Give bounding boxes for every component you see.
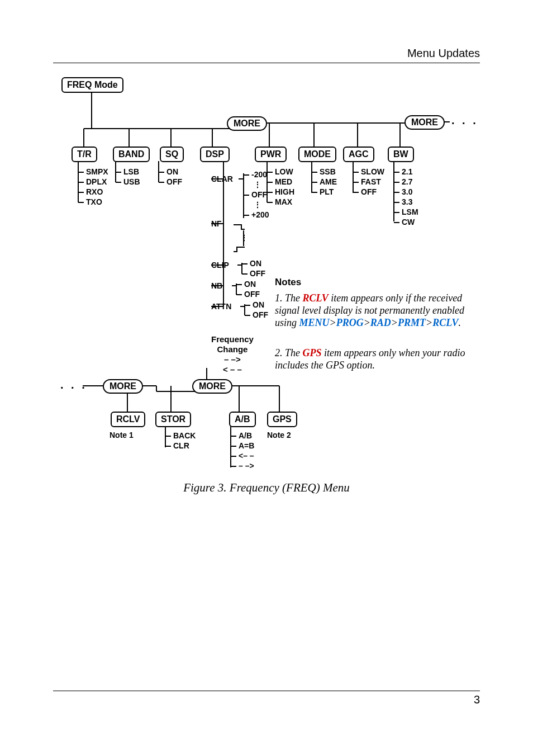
dsp-clar: CLAR — [211, 174, 233, 183]
menu-dsp[interactable]: DSP — [200, 147, 230, 162]
more-button-row1-left[interactable]: MORE — [227, 116, 267, 131]
dsp-attn: ATTN — [211, 302, 231, 311]
clip-options: ON OFF — [242, 258, 265, 278]
menu-band[interactable]: BAND — [113, 147, 150, 162]
menu-mode[interactable]: MODE — [298, 147, 336, 162]
connector-lines — [0, 0, 533, 756]
menu-rclv[interactable]: RCLV — [111, 412, 145, 427]
nf-dots: ⋮ — [240, 233, 248, 242]
note1-ref: Note 1 — [110, 431, 134, 440]
dsp-nb: NB — [211, 281, 222, 290]
agc-options: SLOW FAST OFF — [353, 167, 384, 197]
pwr-options: LOW MED HIGH MAX — [267, 167, 294, 207]
attn-options: ON OFF — [245, 300, 268, 320]
menu-pwr[interactable]: PWR — [255, 147, 287, 162]
frequency-change-label: Frequency Change – –> < – – — [211, 334, 254, 375]
dsp-clip: CLIP — [211, 261, 229, 270]
more-button-row2-right[interactable]: MORE — [192, 379, 232, 394]
menu-stor[interactable]: STOR — [155, 412, 191, 427]
menu-sq[interactable]: SQ — [160, 147, 184, 162]
note-2: 2. The GPS item appears only when your r… — [275, 347, 482, 371]
mode-options: SSB AME PLT — [312, 167, 337, 197]
figure-caption: Figure 3. Frequency (FREQ) Menu — [0, 481, 533, 495]
ellipsis-left-icon: . . . — [60, 379, 87, 391]
page-number: 3 — [474, 693, 480, 706]
sq-options: ON OFF — [159, 167, 182, 187]
menu-tr[interactable]: T/R — [72, 147, 97, 162]
band-options: LSB USB — [116, 167, 140, 187]
more-button-row1-right[interactable]: MORE — [404, 115, 445, 130]
node-freq-mode: FREQ Mode — [61, 77, 123, 93]
bw-options: 2.1 2.7 3.0 3.3 LSM CW — [394, 167, 418, 227]
more-button-row2-left[interactable]: MORE — [103, 379, 143, 394]
tr-options: SMPX DPLX RXO TXO — [78, 167, 108, 207]
menu-agc[interactable]: AGC — [343, 147, 374, 162]
notes-heading: Notes — [275, 277, 301, 288]
stor-options: BACK CLR — [165, 431, 196, 451]
note2-ref: Note 2 — [267, 431, 291, 440]
ab-options: A/B A=B <– – – –> — [231, 431, 254, 471]
nb-options: ON OFF — [236, 279, 260, 299]
footer-rule — [53, 691, 480, 691]
menu-bw[interactable]: BW — [388, 147, 414, 162]
dsp-nf: NF — [211, 219, 222, 228]
menu-gps[interactable]: GPS — [267, 412, 297, 427]
note-1: 1. The RCLV item appears only if the rec… — [275, 292, 482, 329]
clar-range: -200 ⋮ OFF ⋮ +200 — [244, 169, 269, 220]
ellipsis-icon: . . . — [451, 114, 478, 127]
menu-ab[interactable]: A/B — [229, 412, 256, 427]
